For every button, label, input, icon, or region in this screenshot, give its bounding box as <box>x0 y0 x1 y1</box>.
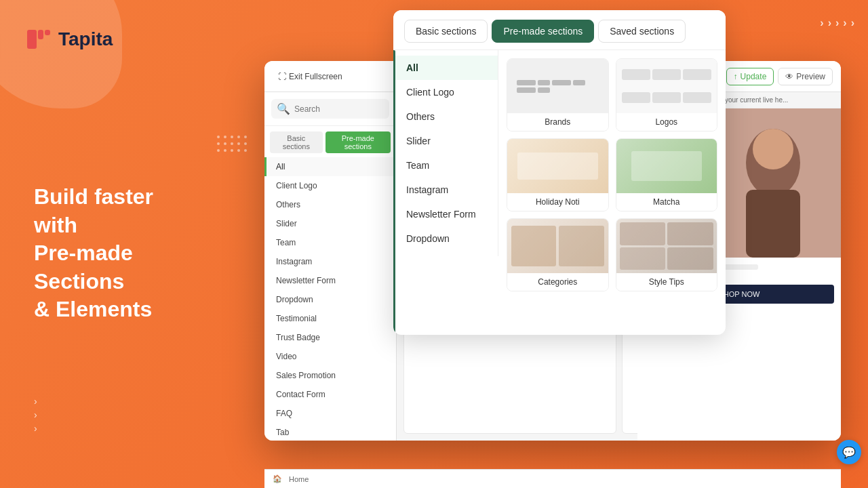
preview-icon: 👁 <box>785 72 793 81</box>
sidebar-item-testimonial[interactable]: Testimonial <box>264 309 396 328</box>
hero-heading: Build faster with Pre-made Sections & El… <box>34 183 224 324</box>
chat-widget[interactable]: 💬 <box>837 440 861 464</box>
dots-pattern-left <box>217 136 247 152</box>
popup-card-logos[interactable]: Logos <box>616 58 718 131</box>
sidebar-tab-premade[interactable]: Pre-made sections <box>326 131 391 153</box>
sidebar-item-trust-badge[interactable]: Trust Badge <box>264 328 396 347</box>
chevron-2: › <box>34 409 37 420</box>
popup-content: Brands Logos <box>498 50 726 335</box>
popup-card-holiday[interactable]: Holiday Noti <box>507 138 609 211</box>
popup-tab-basic-label: Basic sections <box>416 26 476 37</box>
popup-card-matcha-img <box>616 139 717 193</box>
popup-nav-container: All Client Logo Others Slider Team Insta… <box>393 50 498 335</box>
popup-card-holiday-img <box>507 139 608 193</box>
sidebar-tab-basic[interactable]: Basic sections <box>270 131 323 153</box>
search-input-wrap[interactable]: 🔍 <box>271 99 389 119</box>
popup-card-categories[interactable]: Categories <box>507 218 609 291</box>
svg-rect-2 <box>45 30 50 35</box>
popup-tab-basic[interactable]: Basic sections <box>404 20 488 43</box>
svg-rect-1 <box>38 30 43 39</box>
hero-text-block: Build faster with Pre-made Sections & El… <box>34 183 224 324</box>
exit-fullscreen-button[interactable]: ⛶ Exit Fullscreen <box>273 69 348 84</box>
popup-tab-premade-label: Pre-made sections <box>503 26 583 37</box>
tapita-logo-icon <box>27 27 52 52</box>
sidebar-item-client-logo[interactable]: Client Logo <box>264 176 396 195</box>
sidebar-item-all[interactable]: All <box>264 157 396 176</box>
logo-area: Tapita <box>27 27 113 52</box>
tab-basic-label: Basic sections <box>283 134 310 150</box>
popup-body: All Client Logo Others Slider Team Insta… <box>393 50 726 335</box>
chevron-3: › <box>34 423 37 434</box>
premade-sections-popup: Basic sections Pre-made sections Saved s… <box>393 10 726 335</box>
popup-card-matcha[interactable]: Matcha <box>616 138 718 211</box>
popup-card-styletips[interactable]: Style Tips <box>616 218 718 291</box>
sidebar-item-tab[interactable]: Tab <box>264 423 396 441</box>
search-input[interactable] <box>294 104 384 114</box>
popup-tab-saved[interactable]: Saved sections <box>598 20 686 43</box>
update-button[interactable]: ↑ Update <box>726 68 774 85</box>
sidebar-item-team[interactable]: Team <box>264 233 396 252</box>
bottom-bar: 🏠 Home <box>264 469 841 488</box>
sidebar-search-area: 🔍 <box>264 92 396 126</box>
exit-fullscreen-label: Exit Fullscreen <box>289 72 342 81</box>
sidebar-item-dropdown[interactable]: Dropdown <box>264 290 396 309</box>
popup-nav-client-logo[interactable]: Client Logo <box>393 80 498 104</box>
sidebar-item-video[interactable]: Video <box>264 347 396 366</box>
arrows-topright: › › › › › <box>820 17 854 29</box>
chevron-1: › <box>34 396 37 407</box>
popup-nav-dropdown[interactable]: Dropdown <box>393 226 498 251</box>
popup-card-logos-label: Logos <box>616 113 717 131</box>
breadcrumb-home[interactable]: Home <box>289 475 309 483</box>
nav-active-bar <box>393 50 395 335</box>
chat-icon: 💬 <box>842 446 856 459</box>
popup-card-categories-img <box>507 219 608 273</box>
popup-section-grid: Brands Logos <box>507 58 717 291</box>
svg-rect-5 <box>746 190 800 258</box>
sidebar-item-sales-promo[interactable]: Sales Promotion <box>264 366 396 385</box>
popup-card-styletips-img <box>616 219 717 273</box>
home-icon: 🏠 <box>273 474 282 483</box>
popup-card-matcha-label: Matcha <box>616 193 717 211</box>
popup-card-styletips-label: Style Tips <box>616 273 717 291</box>
logo-text: Tapita <box>58 28 113 50</box>
popup-nav-team[interactable]: Team <box>393 153 498 178</box>
popup-card-logos-img <box>616 59 717 113</box>
svg-point-6 <box>753 129 793 169</box>
sidebar-item-contact[interactable]: Contact Form <box>264 385 396 404</box>
sidebar-item-newsletter[interactable]: Newsletter Form <box>264 271 396 290</box>
sidebar-nav: All Client Logo Others Slider Team Insta… <box>264 153 396 441</box>
popup-tab-premade[interactable]: Pre-made sections <box>492 20 594 43</box>
popup-tab-saved-label: Saved sections <box>610 26 674 37</box>
update-label: Update <box>741 72 767 81</box>
sidebar-tabs: Basic sections Pre-made sections <box>264 126 396 153</box>
preview-label: Preview <box>796 72 825 81</box>
popup-card-holiday-label: Holiday Noti <box>507 193 608 211</box>
popup-nav-newsletter[interactable]: Newsletter Form <box>393 202 498 226</box>
sidebar-item-faq[interactable]: FAQ <box>264 404 396 423</box>
popup-nav-slider[interactable]: Slider <box>393 129 498 153</box>
popup-nav: All Client Logo Others Slider Team Insta… <box>393 50 498 256</box>
popup-nav-others[interactable]: Others <box>393 104 498 129</box>
search-icon: 🔍 <box>277 102 290 115</box>
chevron-indicators: › › › <box>34 396 37 434</box>
blob-decoration <box>0 0 122 108</box>
popup-nav-instagram[interactable]: Instagram <box>393 178 498 202</box>
brands-row <box>513 80 603 93</box>
popup-nav-all[interactable]: All <box>393 56 498 80</box>
svg-rect-0 <box>27 30 37 49</box>
tab-premade-label: Pre-made sections <box>342 134 374 150</box>
update-icon: ↑ <box>734 72 738 81</box>
sidebar: 🔍 Basic sections Pre-made sections All C… <box>264 92 397 441</box>
popup-card-brands-label: Brands <box>507 113 608 131</box>
sidebar-item-slider[interactable]: Slider <box>264 214 396 233</box>
popup-card-brands[interactable]: Brands <box>507 58 609 131</box>
popup-card-categories-label: Categories <box>507 273 608 291</box>
sidebar-item-instagram[interactable]: Instagram <box>264 252 396 271</box>
popup-card-brands-img <box>507 59 608 113</box>
preview-button[interactable]: 👁 Preview <box>778 68 833 85</box>
exit-icon: ⛶ <box>278 72 286 81</box>
popup-tabs: Basic sections Pre-made sections Saved s… <box>393 10 726 50</box>
sidebar-item-others[interactable]: Others <box>264 195 396 214</box>
